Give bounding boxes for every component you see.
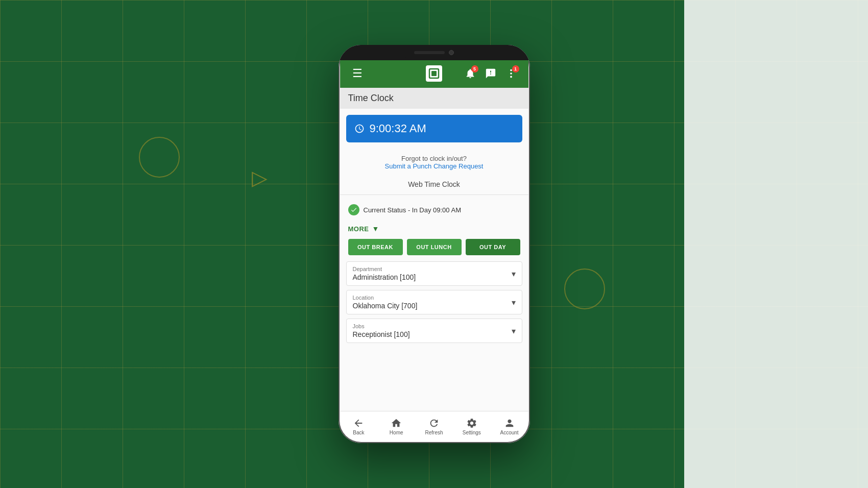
department-label: Department xyxy=(353,266,516,272)
nav-settings-label: Settings xyxy=(463,430,481,435)
more-options-button[interactable]: 1 xyxy=(502,64,520,83)
more-chevron-icon: ▼ xyxy=(372,225,379,233)
department-value: Administration [100] xyxy=(353,273,516,281)
app-logo xyxy=(426,65,442,82)
checkmark-icon xyxy=(350,206,357,213)
action-buttons: OUT BREAK OUT LUNCH OUT DAY xyxy=(340,237,528,261)
camera xyxy=(449,50,454,55)
time-display: 9:00:32 AM xyxy=(346,115,522,142)
clock-icon xyxy=(354,124,365,134)
deco-circle-1 xyxy=(139,137,180,178)
svg-point-4 xyxy=(510,76,512,78)
account-icon xyxy=(504,418,515,429)
message-icon xyxy=(485,68,496,79)
logo-svg xyxy=(428,68,440,79)
location-dropdown[interactable]: Location Oklahoma City [700] ▾ xyxy=(346,290,522,314)
svg-rect-1 xyxy=(431,71,437,76)
bottom-nav: Back Home Refresh Setti xyxy=(340,411,528,442)
nav-home[interactable]: Home xyxy=(377,411,415,442)
hamburger-icon: ☰ xyxy=(352,67,363,80)
punch-change-link[interactable]: Submit a Punch Change Request xyxy=(348,162,520,170)
home-icon xyxy=(391,418,402,429)
department-chevron-icon: ▾ xyxy=(512,269,516,279)
phone-screen: ☰ 5 xyxy=(340,59,528,442)
jobs-value: Receptionist [100] xyxy=(353,330,516,338)
status-row: Current Status - In Day 09:00 AM xyxy=(340,199,528,221)
out-break-button[interactable]: OUT BREAK xyxy=(348,239,403,255)
page-title: Time Clock xyxy=(348,93,394,103)
page-title-bar: Time Clock xyxy=(340,88,528,109)
settings-icon xyxy=(466,418,477,429)
right-panel xyxy=(684,0,868,488)
punch-change-section: Forgot to clock in/out? Submit a Punch C… xyxy=(340,149,528,176)
web-time-clock-label: Web Time Clock xyxy=(340,176,528,190)
nav-account[interactable]: Account xyxy=(491,411,528,442)
nav-home-label: Home xyxy=(390,430,403,435)
svg-point-3 xyxy=(510,72,512,75)
jobs-chevron-icon: ▾ xyxy=(512,326,516,336)
nav-account-label: Account xyxy=(500,430,519,435)
status-check-icon xyxy=(348,204,359,215)
divider-1 xyxy=(340,194,528,195)
bell-badge: 5 xyxy=(471,65,478,72)
jobs-dropdown[interactable]: Jobs Receptionist [100] ▾ xyxy=(346,319,522,343)
out-lunch-button[interactable]: OUT LUNCH xyxy=(407,239,462,255)
deco-arrow-1: ▷ xyxy=(252,166,268,189)
location-label: Location xyxy=(353,295,516,301)
speaker xyxy=(414,51,445,54)
punch-change-question: Forgot to clock in/out? xyxy=(348,155,520,162)
jobs-label: Jobs xyxy=(353,323,516,329)
status-text: Current Status - In Day 09:00 AM xyxy=(364,206,461,214)
deco-circle-2 xyxy=(564,269,605,309)
refresh-icon xyxy=(428,418,440,429)
app-bar: ☰ 5 xyxy=(340,59,528,88)
nav-refresh-label: Refresh xyxy=(425,430,443,435)
location-chevron-icon: ▾ xyxy=(512,298,516,307)
main-content: 9:00:32 AM Forgot to clock in/out? Submi… xyxy=(340,109,528,411)
time-value: 9:00:32 AM xyxy=(370,122,426,135)
out-day-button[interactable]: OUT DAY xyxy=(466,239,520,255)
phone-notch xyxy=(339,45,530,60)
department-dropdown[interactable]: Department Administration [100] ▾ xyxy=(346,261,522,286)
nav-settings[interactable]: Settings xyxy=(453,411,491,442)
notifications-button[interactable]: 5 xyxy=(461,64,479,83)
more-row[interactable]: MORE ▼ xyxy=(340,221,528,237)
location-value: Oklahoma City [700] xyxy=(353,302,516,310)
nav-back[interactable]: Back xyxy=(340,411,378,442)
more-badge: 1 xyxy=(512,65,519,72)
back-icon xyxy=(353,418,364,429)
nav-refresh[interactable]: Refresh xyxy=(415,411,453,442)
messages-button[interactable] xyxy=(481,64,500,83)
phone-shell: ☰ 5 xyxy=(339,45,530,443)
menu-button[interactable]: ☰ xyxy=(348,64,367,83)
more-label: MORE xyxy=(348,225,369,233)
nav-back-label: Back xyxy=(353,430,364,435)
svg-point-2 xyxy=(510,69,512,71)
